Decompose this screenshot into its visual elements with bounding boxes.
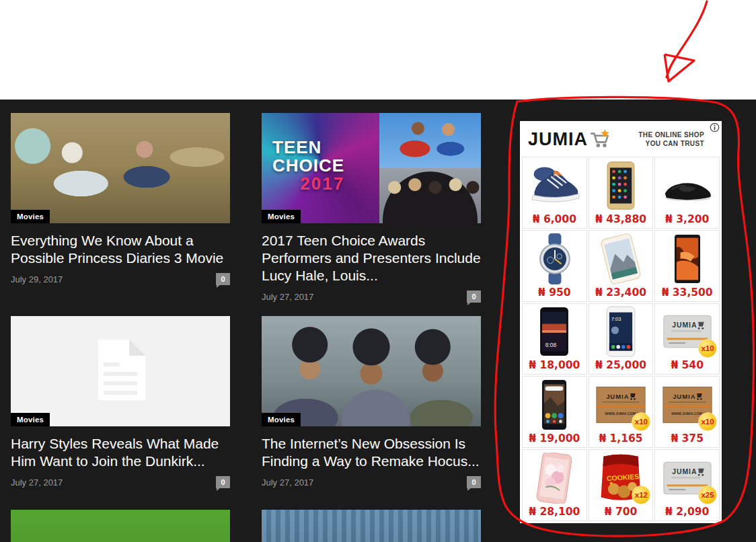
article-title[interactable]: The Internet’s New Obsession Is Finding … xyxy=(262,435,481,470)
jumia-logo: JUMIA xyxy=(528,128,611,151)
document-placeholder-icon xyxy=(96,340,145,403)
product-price: ₦ 540 xyxy=(671,358,704,372)
product-image-phone-orange xyxy=(656,232,718,286)
article-card[interactable]: MoviesEverything We Know About a Possibl… xyxy=(11,113,230,285)
jumia-tagline: THE ONLINE SHOP YOU CAN TRUST xyxy=(638,130,704,148)
article-meta: July 27, 20170 xyxy=(262,476,481,488)
svg-text:JUMIA: JUMIA xyxy=(606,393,629,401)
image-princess-diaries-scene[interactable]: Movies xyxy=(11,113,230,223)
article-card[interactable]: TEENCHOICE2017Movies2017 Teen Choice Awa… xyxy=(262,113,481,303)
product-cell[interactable]: ₦ 28,100 xyxy=(522,449,587,521)
product-cell[interactable]: JUMIAx25₦ 2,090 xyxy=(654,449,720,521)
product-cell[interactable]: ₦ 23,400 xyxy=(589,230,654,302)
product-cell[interactable]: ₦ 6,000 xyxy=(522,157,587,229)
product-cell[interactable]: ₦ 19,000 xyxy=(522,376,587,448)
image-hidden-figures-scene[interactable]: Movies xyxy=(262,316,481,426)
category-badge[interactable]: Movies xyxy=(11,413,50,426)
jumia-ad-panel[interactable]: JUMIA THE ONLINE SHOP YOU CAN TRUST xyxy=(520,121,722,523)
svg-text:7:03: 7:03 xyxy=(611,316,621,322)
image-messi-ronaldo-crowd[interactable] xyxy=(262,510,481,542)
product-cell[interactable]: ₦ 43,880 xyxy=(589,157,654,229)
category-badge[interactable]: Movies xyxy=(262,210,301,223)
category-badge[interactable]: Movies xyxy=(262,413,301,426)
product-image-jumia-card: JUMIAx25 xyxy=(656,451,718,505)
product-image-phone-black-sunset: 8:08 xyxy=(524,305,585,359)
product-price: ₦ 33,500 xyxy=(662,286,713,299)
image-soccer-match[interactable] xyxy=(11,510,230,542)
product-price: ₦ 375 xyxy=(671,432,704,445)
photo-bottom xyxy=(379,168,481,223)
product-image-phone-rosegold xyxy=(524,451,585,505)
product-price: ₦ 3,200 xyxy=(665,212,709,226)
top-white-area xyxy=(0,0,756,100)
article-title[interactable]: 2017 Teen Choice Awards Performers and P… xyxy=(262,232,481,284)
product-price: ₦ 28,100 xyxy=(529,505,580,518)
comment-count-badge[interactable]: 0 xyxy=(216,273,230,285)
product-grid: ₦ 6,000₦ 43,880₦ 3,200₦ 950₦ 23,400₦ 33,… xyxy=(522,157,720,521)
overlay-line: 2017 xyxy=(272,175,344,193)
product-cell[interactable]: JUMIAx10₦ 540 xyxy=(654,303,720,375)
jumia-logo-text: JUMIA xyxy=(528,130,588,149)
article-date: July 27, 2017 xyxy=(262,477,313,488)
svg-text:JUMIA: JUMIA xyxy=(673,393,695,401)
overlay-line: TEEN xyxy=(272,139,344,157)
svg-text:JUMIA: JUMIA xyxy=(672,322,697,330)
jumia-ad-header: JUMIA THE ONLINE SHOP YOU CAN TRUST xyxy=(520,121,722,156)
product-image-jumia-box: JUMIAWWW.JUMIA.COM.NGx10 xyxy=(656,378,718,432)
news-grid-section: MoviesEverything We Know About a Possibl… xyxy=(0,100,756,542)
product-cell[interactable]: 7:03₦ 25,000 xyxy=(589,303,654,375)
shopping-cart-icon xyxy=(589,128,611,151)
comment-count-badge[interactable]: 0 xyxy=(467,291,481,303)
article-meta: July 27, 20170 xyxy=(262,291,481,303)
product-price: ₦ 2,090 xyxy=(665,505,709,518)
product-image-phone-gold xyxy=(591,159,652,212)
article-title[interactable]: Harry Styles Reveals What Made Him Want … xyxy=(11,435,230,470)
info-icon[interactable] xyxy=(710,122,720,132)
product-price: ₦ 23,400 xyxy=(595,286,646,299)
product-image-cookies-bag: COOKIESx12 xyxy=(591,451,652,505)
product-cell[interactable]: ₦ 3,200 xyxy=(654,157,720,229)
teen-choice-title-text: TEENCHOICE2017 xyxy=(272,139,344,193)
product-cell[interactable]: ₦ 33,500 xyxy=(654,230,720,302)
product-cell[interactable]: COOKIESx12₦ 700 xyxy=(589,449,654,521)
product-image-jumia-card: JUMIAx10 xyxy=(656,305,718,359)
product-image-jumia-box: JUMIAWWW.JUMIA.COM.NGx10 xyxy=(591,378,652,432)
comment-count-badge[interactable]: 0 xyxy=(216,476,230,488)
product-price: ₦ 25,000 xyxy=(595,358,646,372)
product-price: ₦ 19,000 xyxy=(529,432,580,445)
product-price: ₦ 700 xyxy=(605,505,638,518)
article-date: July 29, 2017 xyxy=(11,274,63,284)
product-image-phone-android xyxy=(524,378,585,432)
product-cell[interactable]: JUMIAWWW.JUMIA.COM.NGx10₦ 375 xyxy=(654,376,720,448)
category-badge[interactable]: Movies xyxy=(11,210,50,223)
product-image-watch-blue xyxy=(524,232,585,286)
overlay-line: CHOICE xyxy=(272,157,344,175)
product-price: ₦ 6,000 xyxy=(533,212,576,226)
comment-count-badge[interactable]: 0 xyxy=(467,476,481,488)
article-date: July 27, 2017 xyxy=(11,477,63,488)
product-image-loafer-black xyxy=(656,159,718,212)
article-card[interactable]: MoviesHarry Styles Reveals What Made Him… xyxy=(11,316,230,488)
product-cell[interactable]: 8:08₦ 18,000 xyxy=(522,303,587,375)
article-date: July 27, 2017 xyxy=(262,292,313,302)
product-image-phone-white-blue: 7:03 xyxy=(591,305,652,359)
teen-choice-photos xyxy=(379,113,481,223)
article-card[interactable]: MoviesThe Internet’s New Obsession Is Fi… xyxy=(262,316,481,488)
product-cell[interactable]: JUMIAWWW.JUMIA.COM.NGx10₦ 1,165 xyxy=(589,376,654,448)
teen-choice-artwork: TEENCHOICE2017 xyxy=(262,113,379,223)
jumia-tagline-line2: YOU CAN TRUST xyxy=(646,140,704,147)
article-card-partial[interactable] xyxy=(262,510,481,542)
image-placeholder-document[interactable]: Movies xyxy=(11,316,230,426)
quantity-badge: x10 xyxy=(698,412,717,431)
article-card-partial[interactable] xyxy=(11,510,230,542)
jumia-tagline-line1: THE ONLINE SHOP xyxy=(638,131,704,139)
product-price: ₦ 1,165 xyxy=(599,432,642,445)
product-price: ₦ 18,000 xyxy=(529,358,580,372)
quantity-badge: x25 xyxy=(698,486,717,504)
page: MoviesEverything We Know About a Possibl… xyxy=(0,0,756,542)
product-cell[interactable]: ₦ 950 xyxy=(522,230,587,302)
product-image-sneaker-blue xyxy=(524,159,585,212)
image-teen-choice-2017[interactable]: TEENCHOICE2017Movies xyxy=(262,113,481,223)
article-meta: July 27, 20170 xyxy=(11,476,230,488)
article-title[interactable]: Everything We Know About a Possible Prin… xyxy=(11,232,230,267)
